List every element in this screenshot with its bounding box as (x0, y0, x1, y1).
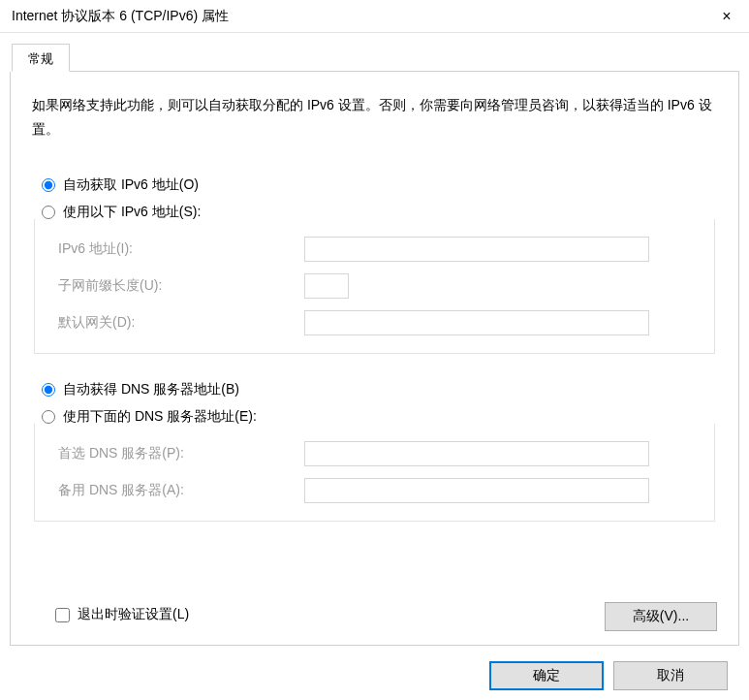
radio-auto-dns[interactable] (42, 383, 55, 397)
gateway-input[interactable] (304, 310, 649, 335)
ipv6-address-label: IPv6 地址(I): (58, 240, 304, 258)
radio-auto-dns-row[interactable]: 自动获得 DNS 服务器地址(B) (42, 381, 717, 398)
alternate-dns-input[interactable] (304, 478, 649, 503)
ipv6-address-input[interactable] (304, 237, 649, 262)
close-icon[interactable]: × (704, 0, 749, 33)
prefix-input[interactable] (304, 273, 349, 299)
validate-checkbox[interactable] (55, 608, 70, 622)
preferred-dns-input[interactable] (304, 441, 649, 466)
ipv6-address-row: IPv6 地址(I): (35, 231, 714, 268)
preferred-dns-label: 首选 DNS 服务器(P): (58, 445, 304, 462)
dialog-footer: 确定 取消 (10, 646, 739, 690)
tab-general[interactable]: 常规 (12, 44, 70, 72)
gateway-row: 默认网关(D): (35, 304, 714, 341)
info-text: 如果网络支持此功能，则可以自动获取分配的 IPv6 设置。否则，你需要向网络管理… (32, 93, 717, 142)
ok-button[interactable]: 确定 (489, 661, 604, 690)
validate-checkbox-row[interactable]: 退出时验证设置(L) (55, 606, 189, 623)
advanced-button[interactable]: 高级(V)... (605, 602, 717, 631)
cancel-button[interactable]: 取消 (613, 661, 728, 690)
radio-manual-dns[interactable] (42, 410, 55, 424)
preferred-dns-row: 首选 DNS 服务器(P): (35, 435, 714, 472)
prefix-label: 子网前缀长度(U): (58, 277, 304, 295)
tab-bar: 常规 (12, 43, 739, 72)
prefix-row: 子网前缀长度(U): (35, 268, 714, 304)
alternate-dns-label: 备用 DNS 服务器(A): (58, 482, 304, 499)
alternate-dns-row: 备用 DNS 服务器(A): (35, 472, 714, 509)
window-title: Internet 协议版本 6 (TCP/IPv6) 属性 (12, 8, 229, 25)
tab-pane: 如果网络支持此功能，则可以自动获取分配的 IPv6 设置。否则，你需要向网络管理… (10, 72, 739, 646)
radio-auto-ipv6-row[interactable]: 自动获取 IPv6 地址(O) (42, 176, 717, 194)
dns-group: 首选 DNS 服务器(P): 备用 DNS 服务器(A): (34, 424, 715, 522)
radio-manual-ipv6[interactable] (42, 206, 55, 219)
radio-auto-ipv6[interactable] (42, 178, 55, 192)
validate-checkbox-label: 退出时验证设置(L) (78, 606, 189, 623)
radio-auto-dns-label: 自动获得 DNS 服务器地址(B) (63, 381, 239, 398)
ipv6-group: IPv6 地址(I): 子网前缀长度(U): 默认网关(D): (34, 219, 715, 354)
gateway-label: 默认网关(D): (58, 314, 304, 332)
content: 常规 如果网络支持此功能，则可以自动获取分配的 IPv6 设置。否则，你需要向网… (0, 33, 749, 690)
titlebar: Internet 协议版本 6 (TCP/IPv6) 属性 × (0, 0, 749, 33)
radio-auto-ipv6-label: 自动获取 IPv6 地址(O) (63, 176, 199, 194)
